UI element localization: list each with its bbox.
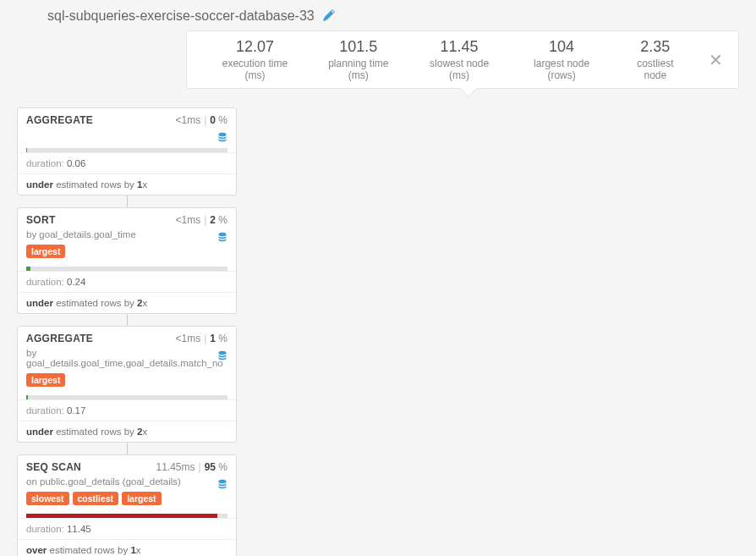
stat-label: costliest node <box>629 58 682 81</box>
plan-node[interactable]: SORT<1ms|2 %by goal_details.goal_timelar… <box>17 207 237 314</box>
stat-label: execution time (ms) <box>217 58 293 81</box>
duration-row: duration: 11.45 <box>18 518 236 539</box>
node-header: SEQ SCAN11.45ms|95 % <box>18 455 236 476</box>
stat-item[interactable]: 104largest node (rows) <box>509 38 613 81</box>
node-header: AGGREGATE<1ms|0 % <box>18 108 236 129</box>
node-header: SORT<1ms|2 % <box>18 208 236 229</box>
stat-value: 101.5 <box>323 38 394 56</box>
badge-largest: largest <box>122 492 161 505</box>
page-title-row: sql-subqueries-exercise-soccer-database-… <box>17 8 739 30</box>
node-meta: <1ms|1 % <box>175 333 227 344</box>
plan-tree: AGGREGATE<1ms|0 % duration: 0.06under es… <box>17 107 237 556</box>
node-badges: slowestcostliestlargest <box>18 492 236 510</box>
database-icon[interactable] <box>217 129 227 143</box>
badge-costliest: costliest <box>73 492 119 505</box>
plan-node[interactable]: AGGREGATE<1ms|0 % duration: 0.06under es… <box>17 107 237 195</box>
duration-row: duration: 0.17 <box>18 399 236 421</box>
stat-item[interactable]: 101.5planning time (ms) <box>308 38 409 81</box>
edit-icon[interactable] <box>323 9 335 24</box>
node-title: SORT <box>26 214 56 226</box>
stat-value: 11.45 <box>425 38 495 56</box>
plan-node[interactable]: SEQ SCAN11.45ms|95 %on public.goal_detai… <box>17 454 237 556</box>
close-icon[interactable]: ✕ <box>697 50 723 70</box>
stat-value: 2.35 <box>629 38 682 56</box>
duration-bar <box>18 263 236 271</box>
node-connector <box>127 443 128 454</box>
node-connector <box>127 314 128 326</box>
estimate-row: over estimated rows by 1x <box>18 539 236 556</box>
node-subtitle: by goal_details.goal_time,goal_details.m… <box>18 348 236 373</box>
node-connector <box>127 195 128 207</box>
estimate-row: under estimated rows by 2x <box>18 421 236 442</box>
estimate-row: under estimated rows by 1x <box>18 173 236 195</box>
duration-row: duration: 0.06 <box>18 152 236 173</box>
stats-pointer <box>460 80 477 97</box>
node-badges: largest <box>18 245 236 263</box>
estimate-row: under estimated rows by 2x <box>18 292 236 313</box>
duration-bar <box>18 145 236 152</box>
database-icon[interactable] <box>217 348 227 361</box>
database-icon[interactable] <box>217 476 227 490</box>
badge-largest: largest <box>26 373 65 387</box>
node-meta: <1ms|0 % <box>175 114 227 126</box>
stat-item[interactable]: 11.45slowest node (ms) <box>409 38 510 81</box>
node-subtitle: by goal_details.goal_time <box>18 229 236 245</box>
badge-largest: largest <box>26 245 65 258</box>
node-subtitle: on public.goal_details (goal_details) <box>18 476 236 492</box>
database-icon[interactable] <box>217 229 227 243</box>
stat-label: planning time (ms) <box>323 58 394 81</box>
stat-item[interactable]: 12.07execution time (ms) <box>202 38 308 81</box>
node-meta: <1ms|2 % <box>175 214 227 226</box>
node-badges: largest <box>18 373 236 392</box>
stats-bar: 12.07execution time (ms)101.5planning ti… <box>186 30 739 89</box>
node-subtitle <box>18 129 236 145</box>
stat-value: 12.07 <box>217 38 293 56</box>
badge-slowest: slowest <box>26 492 69 505</box>
plan-node[interactable]: AGGREGATE<1ms|1 %by goal_details.goal_ti… <box>17 326 237 443</box>
node-meta: 11.45ms|95 % <box>156 461 227 473</box>
duration-row: duration: 0.24 <box>18 271 236 292</box>
duration-bar <box>18 510 236 518</box>
stat-label: largest node (rows) <box>524 58 598 81</box>
node-title: SEQ SCAN <box>26 461 81 473</box>
stat-value: 104 <box>524 38 598 56</box>
node-title: AGGREGATE <box>26 114 93 126</box>
duration-bar <box>18 392 236 399</box>
node-header: AGGREGATE<1ms|1 % <box>18 327 236 348</box>
node-title: AGGREGATE <box>26 333 93 344</box>
stat-label: slowest node (ms) <box>425 58 495 81</box>
page-title: sql-subqueries-exercise-soccer-database-… <box>47 8 315 24</box>
stat-item[interactable]: 2.35costliest node <box>614 38 697 81</box>
